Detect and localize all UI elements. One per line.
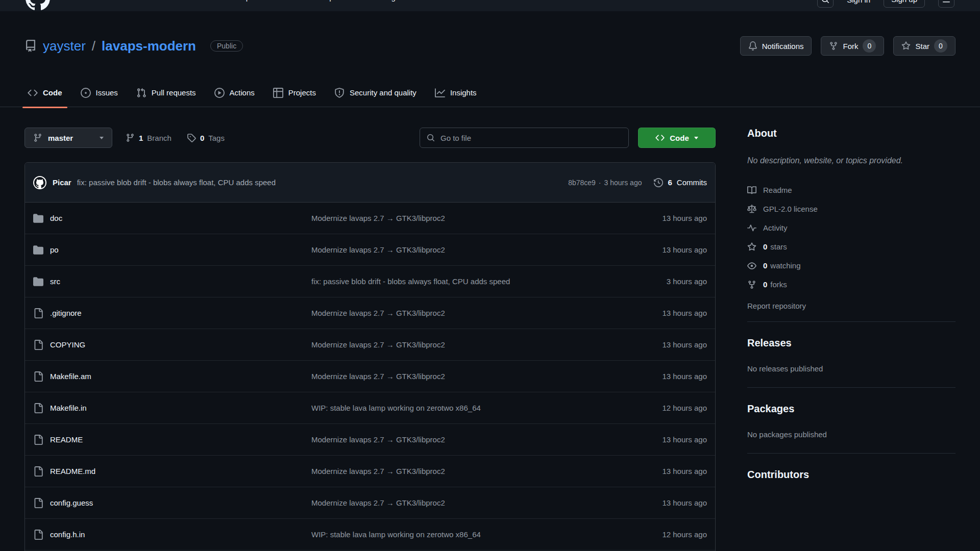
repo-tab[interactable]: Actions [207, 79, 262, 107]
file-commit-message-link[interactable]: Modernize lavaps 2.7 → GTK3/libproc2 [311, 498, 615, 507]
repo-tab[interactable]: Issues [74, 79, 125, 107]
nav-menu-item[interactable]: Product [67, 0, 102, 2]
file-row[interactable]: config.guess Modernize lavaps 2.7 → GTK3… [25, 487, 715, 519]
file-browser: Picar fix: passive blob drift - blobs al… [24, 162, 716, 551]
file-row[interactable]: po Modernize lavaps 2.7 → GTK3/libproc2 … [25, 234, 715, 266]
nav-menu-item[interactable]: Solutions [120, 0, 159, 2]
file-name-link[interactable]: Makefile.am [50, 372, 91, 381]
folder-icon [33, 213, 43, 223]
tags-link[interactable]: 0 Tags [187, 133, 225, 142]
file-icon [33, 308, 43, 318]
file-row[interactable]: COPYING Modernize lavaps 2.7 → GTK3/libp… [25, 329, 715, 361]
fork-icon [829, 41, 838, 51]
commit-sha-link[interactable]: 8b78ce9 [568, 179, 596, 187]
file-commit-message-link[interactable]: Modernize lavaps 2.7 → GTK3/libproc2 [311, 214, 615, 222]
code-icon [655, 133, 665, 142]
file-name-link[interactable]: .gitignore [50, 309, 82, 317]
repo-name-link[interactable]: lavaps-modern [102, 38, 196, 54]
repo-owner-link[interactable]: yayster [43, 38, 86, 54]
file-name-link[interactable]: config.guess [50, 498, 93, 507]
about-link[interactable]: Activity [747, 223, 955, 233]
releases-title[interactable]: Releases [747, 337, 955, 349]
file-row[interactable]: config.h.in WIP: stable lava lamp workin… [25, 519, 715, 550]
file-icon [33, 435, 43, 445]
tag-icon [187, 133, 196, 142]
repo-tab[interactable]: Security and quality [327, 79, 424, 107]
top-nav-menu: Product Solutions Resources Open Source … [67, 0, 403, 2]
file-name-link[interactable]: doc [50, 214, 62, 222]
nav-menu-item[interactable]: Pricing [372, 0, 403, 2]
commit-history-link[interactable]: 6 Commits [654, 178, 707, 187]
go-to-file-input[interactable]: Go to file [420, 128, 629, 148]
file-commit-message-link[interactable]: Modernize lavaps 2.7 → GTK3/libproc2 [311, 245, 615, 254]
file-row[interactable]: src fix: passive blob drift - blobs alwa… [25, 266, 715, 297]
file-name-link[interactable]: Makefile.in [50, 404, 87, 412]
file-name-link[interactable]: README.md [50, 467, 95, 475]
three-bars-icon [942, 0, 950, 4]
file-name-link[interactable]: po [50, 245, 59, 254]
code-icon [28, 88, 38, 98]
repo-tabs: Code Issues Pull requests Actions Projec… [0, 79, 980, 107]
sign-up-button[interactable]: Sign up [884, 0, 925, 8]
report-repository-link[interactable]: Report repository [747, 302, 955, 310]
insights-icon [435, 88, 445, 98]
file-name-link[interactable]: src [50, 277, 60, 286]
eye-icon [747, 261, 756, 270]
file-row[interactable]: doc Modernize lavaps 2.7 → GTK3/libproc2… [25, 203, 715, 234]
star-icon [747, 242, 756, 252]
about-link[interactable]: 0 stars [747, 242, 955, 252]
file-commit-message-link[interactable]: WIP: stable lava lamp working on zerotwo… [311, 530, 615, 539]
file-commit-message-link[interactable]: fix: passive blob drift - blobs always f… [311, 277, 615, 286]
file-name-link[interactable]: README [50, 435, 83, 444]
code-button[interactable]: Code [638, 128, 716, 148]
file-row[interactable]: README.md Modernize lavaps 2.7 → GTK3/li… [25, 456, 715, 487]
file-commit-message-link[interactable]: WIP: stable lava lamp working on zerotwo… [311, 404, 615, 412]
fork-icon [747, 280, 756, 289]
search-button[interactable] [817, 0, 834, 8]
file-row[interactable]: Makefile.am Modernize lavaps 2.7 → GTK3/… [25, 361, 715, 392]
repo-tab[interactable]: Insights [428, 79, 484, 107]
about-link[interactable]: GPL-2.0 license [747, 205, 955, 214]
law-icon [747, 205, 756, 214]
nav-menu-item[interactable]: Resources [177, 0, 222, 2]
file-commit-time: 13 hours ago [615, 245, 707, 254]
file-icon [33, 530, 43, 540]
branches-link[interactable]: 1 Branch [126, 133, 172, 142]
go-to-file-placeholder: Go to file [440, 134, 471, 142]
issue-icon [81, 88, 91, 98]
github-logo-icon[interactable] [26, 0, 50, 11]
commit-message-link[interactable]: fix: passive blob drift - blobs always f… [77, 178, 276, 187]
repo-action-button[interactable]: Notifications [740, 36, 812, 56]
repo-action-button[interactable]: Fork 0 [821, 36, 884, 56]
nav-menu-item[interactable]: Enterprise [311, 0, 354, 2]
file-commit-message-link[interactable]: Modernize lavaps 2.7 → GTK3/libproc2 [311, 309, 615, 317]
about-link[interactable]: 0 watching [747, 261, 955, 270]
github-logo-icon [34, 177, 45, 188]
commit-author-link[interactable]: Picar [53, 178, 71, 187]
avatar[interactable] [33, 176, 46, 189]
file-commit-message-link[interactable]: Modernize lavaps 2.7 → GTK3/libproc2 [311, 467, 615, 475]
repo-action-button[interactable]: Star 0 [893, 36, 955, 56]
file-commit-message-link[interactable]: Modernize lavaps 2.7 → GTK3/libproc2 [311, 340, 615, 349]
file-row[interactable]: Makefile.in WIP: stable lava lamp workin… [25, 392, 715, 424]
repo-tab[interactable]: Code [20, 79, 69, 107]
about-link[interactable]: 0 forks [747, 280, 955, 289]
menu-button[interactable] [938, 0, 954, 8]
contributors-title[interactable]: Contributors [747, 469, 955, 481]
file-name-link[interactable]: COPYING [50, 340, 85, 349]
file-commit-message-link[interactable]: Modernize lavaps 2.7 → GTK3/libproc2 [311, 435, 615, 444]
sign-in-link[interactable]: Sign in [847, 0, 870, 4]
repo-tab[interactable]: Projects [266, 79, 323, 107]
repo-actions: Notifications Fork 0 Star 0 [740, 36, 955, 56]
file-commit-message-link[interactable]: Modernize lavaps 2.7 → GTK3/libproc2 [311, 372, 615, 381]
file-name-link[interactable]: config.h.in [50, 530, 85, 539]
file-row[interactable]: .gitignore Modernize lavaps 2.7 → GTK3/l… [25, 297, 715, 329]
nav-menu-item[interactable]: Open Source [240, 0, 292, 2]
about-link[interactable]: Readme [747, 186, 955, 195]
branch-icon [33, 133, 42, 142]
releases-section: Releases No releases published [747, 337, 955, 388]
file-row[interactable]: README Modernize lavaps 2.7 → GTK3/libpr… [25, 424, 715, 456]
branch-selector[interactable]: master [24, 128, 112, 148]
packages-title[interactable]: Packages [747, 403, 955, 415]
repo-tab[interactable]: Pull requests [129, 79, 203, 107]
